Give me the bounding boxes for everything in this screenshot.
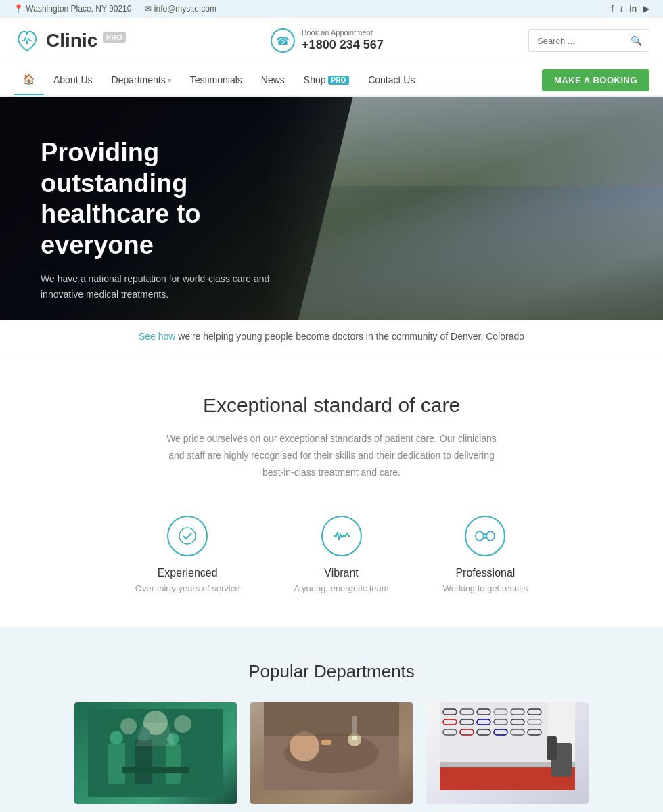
phone-icon: ☎ [271,28,295,53]
location-icon: 📍 [14,4,24,14]
logo-icon [14,27,41,54]
nav-item-testimonials[interactable]: Testimonials [181,65,252,95]
youtube-icon[interactable]: ▶ [643,4,649,14]
care-title: Exceptional standard of care [27,394,636,417]
svg-rect-11 [122,767,189,773]
nav-links: 🏠 About Us Departments ▾ Testimonials Ne… [14,64,424,95]
phone-number: +1800 234 567 [302,37,384,53]
dept-card-optometry[interactable] [426,702,589,804]
logo-brand-text: Clinic PRO [46,30,126,51]
tagline-strip: See how we're helping young people becom… [0,320,663,353]
vibrant-subtitle: A young, energetic team [294,583,388,593]
svg-point-0 [179,528,196,544]
hero-person-image [298,97,663,320]
department-cards [27,702,636,804]
experienced-subtitle: Over thirty years of service [135,583,240,593]
professional-subtitle: Working to get results [443,583,528,593]
care-section: Exceptional standard of care We pride ou… [0,353,663,627]
experienced-title: Experienced [135,567,240,579]
chevron-down-icon: ▾ [168,76,171,84]
hero-title: Providing outstanding healthcare to ever… [41,137,298,261]
departments-title: Popular Departments [27,661,636,682]
svg-point-4 [174,715,191,733]
hero-section: Providing outstanding healthcare to ever… [0,97,663,320]
nav-item-news[interactable]: News [252,65,294,95]
care-description: We pride ourselves on our exceptional st… [162,430,501,482]
nav-item-departments[interactable]: Departments ▾ [102,65,181,95]
logo[interactable]: Clinic PRO [14,27,126,54]
logo-pro-badge: PRO [103,32,126,43]
feature-experienced: Experienced Over thirty years of service [135,516,240,593]
tagline-text: we're helping young people become doctor… [178,331,524,342]
home-icon: 🏠 [23,74,35,85]
experienced-icon [167,516,208,556]
dept-card-surgery[interactable] [74,702,237,804]
svg-rect-19 [264,702,399,736]
dept-card-dental[interactable] [250,702,413,804]
dept-card-dental-image [250,702,413,804]
features-list: Experienced Over thirty years of service… [27,516,636,593]
topbar-social: f t in ▶ [611,4,649,14]
nav-item-home[interactable]: 🏠 [14,64,44,95]
svg-point-3 [120,718,137,734]
svg-rect-9 [166,744,181,784]
booking-button[interactable]: MAKE A BOOKING [542,69,649,91]
header: Clinic PRO ☎ Book an Appointment +1800 2… [0,18,663,64]
hero-subtitle: We have a national reputation for world-… [41,271,298,302]
search-button[interactable]: 🔍 [624,30,649,51]
topbar-email: ✉ info@mysite.com [145,4,216,14]
topbar-address: 📍 Washington Place, NY 90210 [14,4,131,14]
facebook-icon[interactable]: f [611,4,614,14]
svg-rect-16 [321,740,332,745]
vibrant-title: Vibrant [294,567,388,579]
nav-item-about[interactable]: About Us [44,65,102,95]
hero-content: Providing outstanding healthcare to ever… [0,97,338,320]
header-search[interactable]: 🔍 [528,29,649,52]
header-phone-section: ☎ Book an Appointment +1800 234 567 [271,28,384,53]
dept-card-surgery-image [74,702,237,804]
search-input[interactable] [529,30,624,51]
navigation: 🏠 About Us Departments ▾ Testimonials Ne… [0,64,663,97]
twitter-icon[interactable]: t [620,4,622,14]
email-icon: ✉ [145,4,152,14]
feature-vibrant: Vibrant A young, energetic team [294,516,388,593]
svg-point-6 [110,731,123,744]
linkedin-icon[interactable]: in [629,4,637,14]
departments-section: Popular Departments [0,627,663,812]
topbar-left: 📍 Washington Place, NY 90210 ✉ info@mysi… [14,4,216,14]
dept-card-optometry-image [426,702,589,804]
feature-professional: Professional Working to get results [443,516,528,593]
nav-item-contact[interactable]: Contact Us [359,65,424,95]
phone-info: Book an Appointment +1800 234 567 [302,28,384,53]
topbar: 📍 Washington Place, NY 90210 ✉ info@mysi… [0,0,663,18]
vibrant-icon [321,516,362,556]
nav-item-shop[interactable]: Shop PRO [294,65,359,95]
professional-icon [465,516,505,556]
phone-label: Book an Appointment [302,28,384,37]
professional-title: Professional [443,567,528,579]
svg-rect-43 [547,736,557,760]
shop-pro-badge: PRO [328,76,350,85]
svg-rect-5 [108,743,125,784]
tagline-highlight[interactable]: See how [139,331,175,342]
